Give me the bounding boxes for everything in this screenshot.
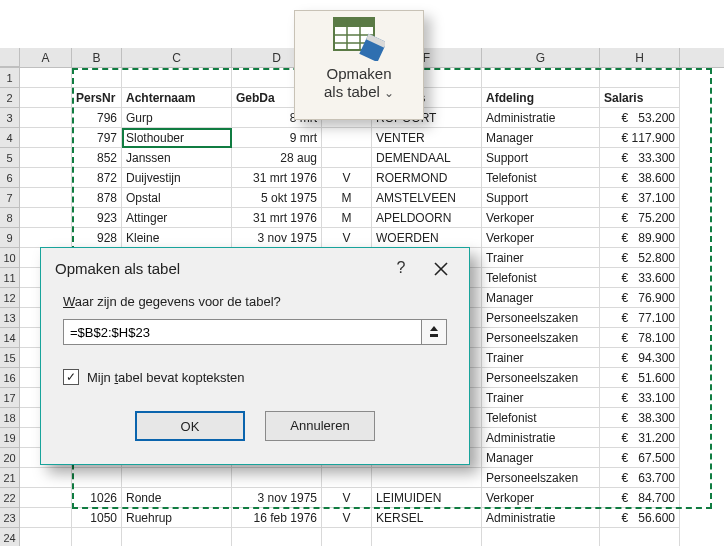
cell-plaats[interactable] — [372, 468, 482, 488]
cell-gebda[interactable]: 28 aug — [232, 148, 322, 168]
row-header[interactable]: 24 — [0, 528, 20, 546]
cell-geslacht[interactable]: V — [322, 228, 372, 248]
cell-achternaam[interactable]: Slothouber — [122, 128, 232, 148]
cell-achternaam[interactable]: Duijvestijn — [122, 168, 232, 188]
cell-salaris[interactable]: € 31.200 — [600, 428, 680, 448]
cell-afdeling[interactable]: Manager — [482, 448, 600, 468]
cell[interactable] — [20, 88, 72, 108]
cell[interactable] — [482, 528, 600, 546]
cell-salaris[interactable]: € 67.500 — [600, 448, 680, 468]
col-header-a[interactable]: A — [20, 48, 72, 67]
row-header[interactable]: 4 — [0, 128, 20, 148]
cell-plaats[interactable]: APELDOORN — [372, 208, 482, 228]
cell[interactable] — [20, 148, 72, 168]
cell-achternaam[interactable]: Opstal — [122, 188, 232, 208]
cell-salaris[interactable]: € 56.600 — [600, 508, 680, 528]
cell[interactable] — [232, 528, 322, 546]
cell[interactable] — [20, 508, 72, 528]
cell-afdeling[interactable]: Verkoper — [482, 208, 600, 228]
cell-plaats[interactable]: AMSTELVEEN — [372, 188, 482, 208]
cell-plaats[interactable]: KERSEL — [372, 508, 482, 528]
col-header-b[interactable]: B — [72, 48, 122, 67]
cell-salaris[interactable]: € 33.600 — [600, 268, 680, 288]
cell[interactable] — [20, 528, 72, 546]
cell-achternaam[interactable]: Kleine — [122, 228, 232, 248]
cell-geslacht[interactable] — [322, 148, 372, 168]
cell-afdeling[interactable]: Trainer — [482, 388, 600, 408]
cell[interactable] — [20, 128, 72, 148]
range-input[interactable] — [63, 319, 422, 345]
cell-salaris[interactable]: € 89.900 — [600, 228, 680, 248]
cell-gebda[interactable]: 16 feb 1976 — [232, 508, 322, 528]
cell-achternaam[interactable]: Ruehrup — [122, 508, 232, 528]
cell-geslacht[interactable]: V — [322, 488, 372, 508]
header-achternaam[interactable]: Achternaam — [122, 88, 232, 108]
cell-gebda[interactable]: 31 mrt 1976 — [232, 168, 322, 188]
row-header[interactable]: 21 — [0, 468, 20, 488]
cell[interactable] — [122, 68, 232, 88]
cell-afdeling[interactable]: Administratie — [482, 108, 600, 128]
row-header[interactable]: 14 — [0, 328, 20, 348]
cell-persnr[interactable]: 796 — [72, 108, 122, 128]
cell-afdeling[interactable]: Personeelszaken — [482, 328, 600, 348]
cell-achternaam[interactable]: Janssen — [122, 148, 232, 168]
cell-salaris[interactable]: € 63.700 — [600, 468, 680, 488]
cell-afdeling[interactable]: Manager — [482, 288, 600, 308]
cell-gebda[interactable]: 9 mrt — [232, 128, 322, 148]
cell-gebda[interactable]: 31 mrt 1976 — [232, 208, 322, 228]
cell-achternaam[interactable]: Gurp — [122, 108, 232, 128]
row-header[interactable]: 22 — [0, 488, 20, 508]
cell-afdeling[interactable]: Trainer — [482, 348, 600, 368]
row-header[interactable]: 11 — [0, 268, 20, 288]
row-header[interactable]: 12 — [0, 288, 20, 308]
cell-gebda[interactable]: 3 nov 1975 — [232, 488, 322, 508]
cell-salaris[interactable]: € 51.600 — [600, 368, 680, 388]
cell-plaats[interactable]: WOERDEN — [372, 228, 482, 248]
dialog-close-button[interactable] — [421, 252, 461, 284]
row-header[interactable]: 19 — [0, 428, 20, 448]
cell-persnr[interactable]: 797 — [72, 128, 122, 148]
cell-geslacht[interactable]: V — [322, 168, 372, 188]
cell[interactable] — [20, 168, 72, 188]
cell-gebda[interactable]: 5 okt 1975 — [232, 188, 322, 208]
row-header[interactable]: 16 — [0, 368, 20, 388]
dialog-help-button[interactable]: ? — [381, 252, 421, 284]
cell-salaris[interactable]: € 84.700 — [600, 488, 680, 508]
cell-salaris[interactable]: € 75.200 — [600, 208, 680, 228]
cell-salaris[interactable]: € 78.100 — [600, 328, 680, 348]
cell-afdeling[interactable]: Telefonist — [482, 408, 600, 428]
cell-salaris[interactable]: € 37.100 — [600, 188, 680, 208]
cell-plaats[interactable]: LEIMUIDEN — [372, 488, 482, 508]
cell-salaris[interactable]: € 33.100 — [600, 388, 680, 408]
cell[interactable] — [20, 108, 72, 128]
row-header[interactable]: 5 — [0, 148, 20, 168]
col-header-h[interactable]: H — [600, 48, 680, 67]
row-header[interactable]: 15 — [0, 348, 20, 368]
cell-salaris[interactable]: € 38.300 — [600, 408, 680, 428]
row-header[interactable]: 23 — [0, 508, 20, 528]
row-header[interactable]: 17 — [0, 388, 20, 408]
cell-persnr[interactable]: 852 — [72, 148, 122, 168]
cell-persnr[interactable]: 923 — [72, 208, 122, 228]
cell-geslacht[interactable]: M — [322, 208, 372, 228]
cell[interactable] — [600, 528, 680, 546]
cell[interactable] — [20, 68, 72, 88]
row-header[interactable]: 1 — [0, 68, 20, 88]
cell-achternaam[interactable]: Ronde — [122, 488, 232, 508]
cell-afdeling[interactable]: Telefonist — [482, 168, 600, 188]
cell[interactable] — [372, 528, 482, 546]
cell-salaris[interactable]: € 117.900 — [600, 128, 680, 148]
row-header[interactable]: 7 — [0, 188, 20, 208]
col-header-g[interactable]: G — [482, 48, 600, 67]
cell-plaats[interactable]: ROERMOND — [372, 168, 482, 188]
col-header-c[interactable]: C — [122, 48, 232, 67]
row-header[interactable]: 13 — [0, 308, 20, 328]
cell-salaris[interactable]: € 77.100 — [600, 308, 680, 328]
cell-afdeling[interactable]: Personeelszaken — [482, 368, 600, 388]
cell[interactable] — [20, 488, 72, 508]
cell[interactable] — [72, 528, 122, 546]
cell-persnr[interactable]: 872 — [72, 168, 122, 188]
row-header[interactable]: 9 — [0, 228, 20, 248]
cell[interactable] — [122, 528, 232, 546]
cell-salaris[interactable]: € 33.300 — [600, 148, 680, 168]
